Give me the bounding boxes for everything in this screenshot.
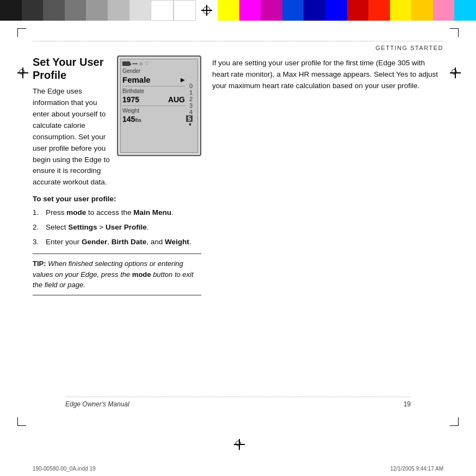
scroll-num-2: 2 [189, 96, 193, 102]
step-2: 2. Select Settings > User Profile. [33, 222, 201, 233]
color-block-red2 [368, 0, 390, 21]
page-content: Getting Started Set Your User Profile Th… [33, 41, 443, 424]
reg-mark-mid-right [448, 65, 461, 78]
number-scroll: 0 1 2 3 4 5 ▼ [186, 83, 193, 127]
step-3-text: Enter your Gender, Birth Date, and Weigh… [46, 237, 191, 248]
color-block-pink [433, 0, 455, 21]
scroll-num-0: 0 [189, 83, 193, 89]
color-block-3 [43, 0, 65, 21]
color-bar [0, 0, 476, 21]
screen-gender-label-row: Gender [122, 67, 185, 75]
step-3: 3. Enter your Gender, Birth Date, and We… [33, 237, 201, 248]
color-block-4 [65, 0, 86, 21]
step-1-num: 1. [33, 207, 42, 219]
battery-icon [122, 61, 130, 66]
satellite-icon: ⊙ [139, 61, 143, 66]
content-area: Set Your User Profile The Edge uses info… [33, 55, 443, 295]
right-column-text: If you are setting your user profile for… [212, 58, 443, 92]
step-2-num: 2. [33, 222, 42, 233]
steps-list: 1. Press mode to access the Main Menu. 2… [33, 207, 201, 248]
screen-main: Gender Female ▶ Birthdate [122, 67, 196, 124]
color-block-9 [174, 0, 196, 21]
color-block-7 [129, 0, 151, 21]
right-arrow-icon: ▶ [181, 77, 185, 83]
gender-value: Female [122, 75, 151, 84]
color-block-blue [282, 0, 304, 21]
scroll-num-3: 3 [189, 102, 193, 109]
birthdate-value: 1975 [122, 95, 139, 104]
birthdate-label: Birthdate [122, 88, 144, 94]
color-block-2 [22, 0, 44, 21]
page-title: Set Your User Profile [33, 55, 110, 82]
tip-box: TIP: When finished selecting options or … [33, 254, 201, 295]
screen-birthdate-value-row: 1975 AUG [122, 95, 185, 104]
screen-weight-value-row: 145lbs [122, 114, 185, 124]
scroll-num-5-selected: 5 [186, 115, 193, 122]
screen-birthdate-label-row: Birthdate [122, 88, 185, 95]
reg-mark-top-left [15, 26, 28, 39]
gender-label: Gender [122, 68, 140, 74]
color-block-magenta2 [261, 0, 282, 21]
sub-heading: To set your user profile: [33, 195, 201, 203]
print-bar: 190-00580-00_0A.indd 19 12/1/2005 9:44:1… [33, 466, 443, 472]
screen-gender-value-row: Female ▶ [122, 75, 185, 85]
step-2-text: Select Settings > User Profile. [46, 222, 149, 233]
weight-label: Weight [122, 108, 139, 114]
reg-mark-mid-left [15, 65, 28, 78]
device-screen: ▪▪▪ ⊙ ♡ Gender Female [117, 55, 201, 156]
scroll-num-4: 4 [189, 109, 193, 115]
screen-status-bar: ▪▪▪ ⊙ ♡ [122, 61, 196, 66]
color-block-darkblue [304, 0, 325, 21]
screen-content: Gender Female ▶ Birthdate [122, 67, 196, 150]
tip-text: TIP: When finished selecting options or … [33, 258, 201, 290]
page-footer: Edge Owner's Manual 19 [65, 397, 411, 408]
color-block-red [347, 0, 369, 21]
scroll-num-1: 1 [189, 89, 193, 96]
section-header: Getting Started [33, 41, 443, 51]
signal-icon: ▪▪▪ [132, 61, 138, 66]
registration-mark-top [196, 0, 218, 21]
footer-page-number: 19 [404, 400, 411, 408]
footer-manual: Edge Owner's Manual [65, 400, 129, 408]
weight-value: 145lbs [122, 115, 141, 123]
step-3-num: 3. [33, 237, 42, 248]
color-block-1 [0, 0, 22, 21]
print-bar-right: 12/1/2005 9:44:17 AM [390, 466, 443, 472]
reg-mark-bottom-center [232, 437, 245, 450]
screen-weight-label-row: Weight [122, 107, 185, 114]
intro-text: The Edge uses information that you enter… [33, 86, 110, 188]
color-block-magenta [239, 0, 261, 21]
print-bar-left: 190-00580-00_0A.indd 19 [33, 466, 96, 472]
screen-divider-1 [122, 86, 185, 86]
color-block-5 [86, 0, 108, 21]
color-block-orange [411, 0, 433, 21]
birthdate-month: AUG [168, 95, 185, 104]
step-1-text: Press mode to access the Main Menu. [46, 207, 174, 219]
color-block-8 [151, 0, 174, 21]
heart-icon: ♡ [145, 61, 149, 66]
reg-mark-bottom-right [448, 415, 461, 428]
reg-mark-top-right [448, 26, 461, 39]
reg-mark-bottom-left [15, 415, 28, 428]
color-block-cyan [454, 0, 476, 21]
left-column: Set Your User Profile The Edge uses info… [33, 55, 201, 295]
right-column: If you are setting your user profile for… [212, 55, 443, 295]
step-1: 1. Press mode to access the Main Menu. [33, 207, 201, 219]
color-block-6 [108, 0, 129, 21]
color-block-blue2 [325, 0, 347, 21]
scroll-down-arrow: ▼ [188, 122, 193, 127]
color-block-yellow2 [390, 0, 412, 21]
screen-divider-2 [122, 106, 185, 106]
color-block-yellow [218, 0, 239, 21]
